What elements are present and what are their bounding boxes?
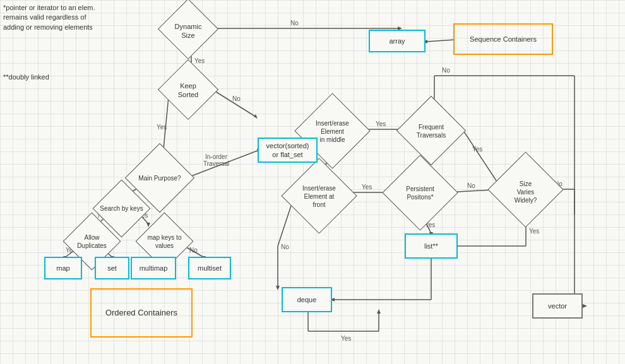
box-set: set	[95, 257, 129, 279]
flowchart-canvas: No Yes Yes No In-order Traversal Search …	[0, 0, 625, 364]
svg-text:No: No	[467, 182, 475, 189]
svg-text:No: No	[232, 95, 241, 102]
svg-marker-66	[583, 304, 587, 308]
svg-text:Yes: Yes	[376, 120, 386, 127]
svg-text:Yes: Yes	[362, 184, 372, 191]
note-pointer: *pointer or iterator to an elem. remains…	[3, 3, 107, 32]
diamond-keep-sorted-label: KeepSorted	[163, 74, 213, 106]
box-vector-sorted: vector(sorted)or flat_set	[258, 138, 318, 163]
box-ordered-containers: Ordered Containers	[90, 288, 193, 338]
note-doubly: **doubly linked	[3, 73, 49, 82]
svg-text:Yes: Yes	[529, 228, 539, 235]
diamond-allow-dup-left-label: AllowDuplicates	[65, 225, 119, 258]
svg-text:Traversal: Traversal	[203, 160, 229, 167]
svg-text:Yes: Yes	[194, 57, 205, 64]
svg-text:In-order: In-order	[205, 153, 228, 160]
diamond-map-keys-right-label: map keys to values	[138, 225, 191, 258]
diamond-frequent-trav-label: FrequentTraversals	[400, 110, 463, 151]
diamond-main-purpose-label: Main Purpose?	[130, 161, 189, 196]
box-multimap: multimap	[131, 257, 176, 279]
svg-text:No: No	[290, 20, 299, 26]
svg-marker-10	[254, 114, 258, 119]
svg-text:No: No	[442, 67, 450, 74]
diamond-insert-front-label: Insert/eraseElement atfront	[285, 175, 354, 218]
svg-marker-55	[276, 286, 280, 290]
box-array: array	[369, 30, 426, 52]
box-sequence-containers: Sequence Containers	[453, 23, 553, 55]
svg-line-80	[426, 40, 455, 42]
box-multiset: multiset	[188, 257, 231, 279]
svg-text:Yes: Yes	[341, 335, 351, 342]
diamond-dynamic-size-label: DynamicSize	[163, 15, 213, 47]
svg-text:No: No	[281, 244, 289, 250]
svg-text:Yes: Yes	[472, 146, 482, 153]
svg-text:Yes: Yes	[157, 124, 167, 131]
box-vector: vector	[532, 293, 583, 319]
diamond-search-keys-label: Search by keys	[93, 192, 150, 224]
svg-line-12	[188, 150, 259, 177]
box-deque: deque	[282, 287, 332, 312]
svg-line-9	[213, 90, 256, 117]
box-list: list**	[405, 233, 458, 259]
diamond-size-varies-label: SizeVariesWidely?	[491, 167, 560, 216]
svg-marker-78	[377, 309, 381, 314]
diamond-persistent-pos-label: PersistentPositons*	[386, 170, 455, 216]
box-map: map	[44, 257, 82, 279]
